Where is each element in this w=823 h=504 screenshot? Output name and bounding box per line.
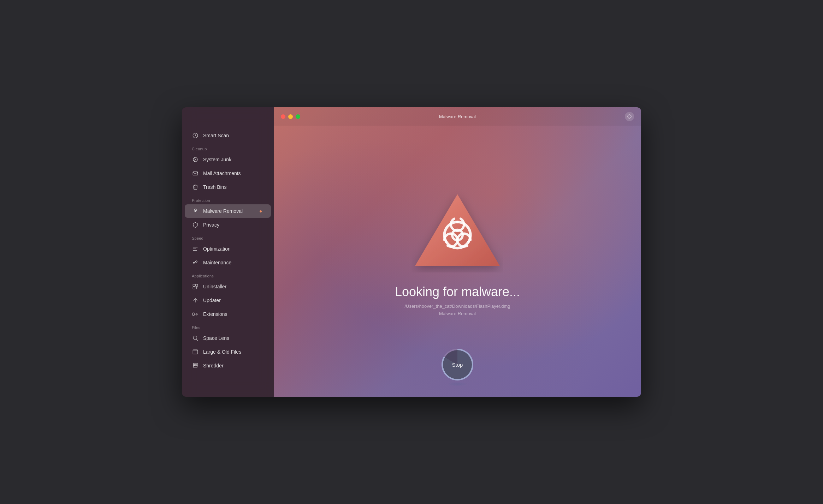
- biohazard-icon: [192, 208, 199, 215]
- mail-icon: [192, 170, 199, 177]
- section-label-cleanup: Cleanup: [182, 143, 274, 152]
- malware-removal-label: Malware Removal: [203, 208, 243, 214]
- svg-rect-13: [193, 350, 198, 354]
- svg-rect-7: [193, 284, 195, 286]
- minimize-button[interactable]: [288, 114, 293, 119]
- svg-point-11: [193, 336, 197, 340]
- mail-attachments-label: Mail Attachments: [203, 170, 241, 176]
- svg-rect-8: [196, 284, 198, 286]
- sidebar-item-uninstaller[interactable]: Uninstaller: [185, 280, 271, 293]
- biohazard-container: [412, 188, 503, 274]
- main-content: Malware Removal: [274, 107, 641, 397]
- system-junk-icon: [192, 156, 199, 163]
- sidebar-sections: CleanupSystem JunkMail AttachmentsTrash …: [182, 143, 274, 373]
- system-junk-label: System Junk: [203, 157, 231, 162]
- sidebar: Smart Scan CleanupSystem JunkMail Attach…: [182, 107, 274, 397]
- close-button[interactable]: [281, 114, 285, 119]
- section-label-applications: Applications: [182, 270, 274, 280]
- sidebar-item-system-junk[interactable]: System Junk: [185, 153, 271, 166]
- sidebar-item-maintenance[interactable]: Maintenance: [185, 256, 271, 269]
- sidebar-item-extensions[interactable]: Extensions: [185, 307, 271, 321]
- stop-label: Stop: [452, 362, 463, 368]
- shredder-icon: [192, 362, 199, 369]
- space-lens-icon: [192, 335, 199, 342]
- sidebar-item-mail-attachments[interactable]: Mail Attachments: [185, 167, 271, 180]
- trash-bins-label: Trash Bins: [203, 184, 226, 190]
- titlebar: Malware Removal: [274, 107, 641, 126]
- window-controls: [281, 114, 300, 119]
- sidebar-item-large-old-files[interactable]: Large & Old Files: [185, 345, 271, 359]
- stop-button[interactable]: Stop: [442, 349, 473, 380]
- privacy-label: Privacy: [203, 222, 219, 228]
- privacy-icon: [192, 221, 199, 228]
- stop-button-area: Stop: [442, 349, 473, 386]
- shredder-label: Shredder: [203, 363, 224, 368]
- section-label-speed: Speed: [182, 232, 274, 242]
- svg-line-12: [196, 339, 198, 341]
- app-window: Smart Scan CleanupSystem JunkMail Attach…: [182, 107, 641, 397]
- smart-scan-icon: [192, 132, 199, 139]
- sidebar-item-shredder[interactable]: Shredder: [185, 359, 271, 372]
- stop-button-shadow: [447, 382, 468, 386]
- smart-scan-label: Smart Scan: [203, 133, 229, 138]
- sidebar-item-malware-removal[interactable]: Malware Removal●: [185, 204, 271, 218]
- sidebar-item-smart-scan[interactable]: Smart Scan: [185, 129, 271, 142]
- sidebar-item-privacy[interactable]: Privacy: [185, 218, 271, 232]
- titlebar-right-button[interactable]: [625, 112, 634, 121]
- updater-icon: [192, 297, 199, 304]
- section-label-protection: Protection: [182, 194, 274, 204]
- uninstaller-icon: [192, 283, 199, 290]
- sidebar-item-updater[interactable]: Updater: [185, 294, 271, 307]
- svg-point-15: [628, 115, 631, 118]
- window-title: Malware Removal: [439, 114, 476, 119]
- svg-rect-10: [193, 313, 195, 316]
- svg-rect-9: [193, 287, 195, 289]
- large-old-files-label: Large & Old Files: [203, 349, 241, 355]
- uninstaller-label: Uninstaller: [203, 284, 226, 289]
- maintenance-label: Maintenance: [203, 260, 231, 265]
- extensions-label: Extensions: [203, 311, 227, 317]
- circle-icon: [627, 114, 632, 119]
- optimization-label: Optimization: [203, 246, 231, 252]
- sidebar-item-trash-bins[interactable]: Trash Bins: [185, 180, 271, 194]
- maintenance-icon: [192, 259, 199, 266]
- sidebar-item-optimization[interactable]: Optimization: [185, 242, 271, 256]
- updater-label: Updater: [203, 298, 221, 303]
- scan-title: Looking for malware...: [395, 284, 520, 299]
- malware-removal-badge: ●: [257, 208, 264, 214]
- scan-module: Malware Removal: [439, 311, 476, 316]
- space-lens-label: Space Lens: [203, 335, 229, 341]
- optimization-icon: [192, 245, 199, 252]
- scan-path: /Users/hoover_the_cat/Downloads/FlashPla…: [404, 304, 510, 309]
- sidebar-item-space-lens[interactable]: Space Lens: [185, 331, 271, 345]
- trash-icon: [192, 184, 199, 191]
- svg-rect-2: [193, 172, 198, 175]
- large-files-icon: [192, 348, 199, 355]
- section-label-files: Files: [182, 321, 274, 331]
- extensions-icon: [192, 311, 199, 318]
- maximize-button[interactable]: [296, 114, 300, 119]
- stop-button-inner: Stop: [443, 350, 472, 379]
- biohazard-triangle-icon: [412, 188, 503, 272]
